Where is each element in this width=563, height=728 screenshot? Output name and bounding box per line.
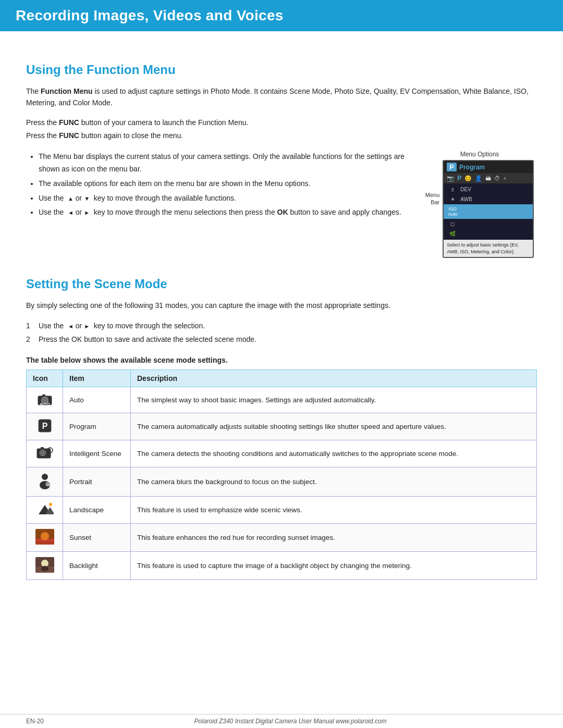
desc-intelligent: The camera detects the shooting conditio… <box>131 440 537 467</box>
cam-menu-list: ± DEV ☀ AWB ISOAuto ◻ <box>444 183 533 240</box>
icon-cell-intelligent: i <box>27 440 63 467</box>
svg-text:VS: VS <box>45 483 50 486</box>
table-caption: The table below shows the available scen… <box>26 356 537 364</box>
cam-icon-dev: ± <box>448 187 457 192</box>
item-sunset: Sunset <box>63 524 131 552</box>
icon-cell-sunset <box>27 524 63 552</box>
icon-cell-backlight <box>27 552 63 580</box>
desc-auto: The simplest way to shoot basic images. … <box>131 387 537 413</box>
svg-point-13 <box>42 474 48 480</box>
table-row: VS Portrait The camera blurs the backgro… <box>27 467 537 497</box>
icon-cell-landscape <box>27 497 63 524</box>
page-header: Recording Images, Videos and Voices <box>0 0 563 31</box>
svg-point-26 <box>41 560 48 567</box>
scene-steps: 1 Use the or key to move through the sel… <box>26 320 537 346</box>
section1-intro: The Function Menu is used to adjust capt… <box>26 85 537 109</box>
cam-menu-dev: ± DEV <box>444 184 533 194</box>
cam-menu-iso: ISOAuto <box>444 204 533 219</box>
menu-bar-label: MenuBar <box>425 191 440 206</box>
backlight-icon <box>35 557 54 573</box>
func-press-lines: Press the FUNC button of your camera to … <box>26 116 537 142</box>
desc-portrait: The camera blurs the background to focus… <box>131 467 537 497</box>
camera-ui: Menu Options MenuBar P Program 📷 P 😊 👤 <box>422 151 537 258</box>
cam-icon-awb: ☀ <box>448 196 457 202</box>
cam-icon-timer: ⏱ <box>494 175 500 181</box>
camera-ui-label-top: Menu Options <box>460 151 499 158</box>
svg-point-22 <box>41 532 49 540</box>
table-row: Sunset This feature enhances the red hue… <box>27 524 537 552</box>
section2-title: Setting the Scene Mode <box>26 277 537 291</box>
func-menu-bullets: The Menu bar displays the current status… <box>26 151 412 221</box>
cam-top-bar: P Program <box>444 161 533 173</box>
item-portrait: Portrait <box>63 467 131 497</box>
desc-sunset: This feature enhances the red hue for re… <box>131 524 537 552</box>
intelligent-scene-icon: i <box>36 446 53 460</box>
portrait-icon: VS <box>38 473 52 489</box>
footer-page-num: EN-20 <box>26 718 44 725</box>
svg-text:P: P <box>42 422 47 430</box>
svg-rect-23 <box>35 539 54 541</box>
cam-menu-dev-label: DEV <box>460 187 471 192</box>
icon-cell-auto: AUTO <box>27 387 63 413</box>
cam-icon-cam: 📷 <box>447 175 454 182</box>
item-auto: Auto <box>63 387 131 413</box>
camera-screen: P Program 📷 P 😊 👤 🏔 ⏱ + <box>443 160 534 258</box>
item-intelligent: Intelligent Scene <box>63 440 131 467</box>
landscape-icon <box>36 502 54 516</box>
cam-menu-awb: ☀ AWB <box>444 194 533 204</box>
sunset-icon <box>35 529 54 545</box>
th-item: Item <box>63 370 131 387</box>
icon-cell-portrait: VS <box>27 467 63 497</box>
table-row: P Program The camera automatically adjus… <box>27 413 537 440</box>
item-program: Program <box>63 413 131 440</box>
item-backlight: Backlight <box>63 552 131 580</box>
camera-ui-wrapper: MenuBar P Program 📷 P 😊 👤 🏔 ⏱ <box>425 160 534 258</box>
svg-point-19 <box>49 503 52 506</box>
cam-icon-iso: ISOAuto <box>448 206 457 217</box>
page-footer: EN-20 Polaroid Z340 Instant Digital Came… <box>0 714 563 728</box>
svg-point-27 <box>41 566 48 571</box>
th-description: Description <box>131 370 537 387</box>
bullet-3: Use the or key to move through the avail… <box>39 192 412 205</box>
cam-icon-person: 👤 <box>475 175 482 182</box>
table-row: Landscape This feature is used to emphas… <box>27 497 537 524</box>
cam-description-box: Select to adjust basic settings (EV, AWB… <box>444 240 533 257</box>
desc-backlight: This feature is used to capture the imag… <box>131 552 537 580</box>
icon-cell-program: P <box>27 413 63 440</box>
step-2: 2 Press the OK button to save and activa… <box>26 334 537 346</box>
header-title: Recording Images, Videos and Voices <box>16 7 284 23</box>
bullet-2: The available options for each item on t… <box>39 178 412 190</box>
cam-menu-awb-label: AWB <box>460 196 472 202</box>
th-icon: Icon <box>27 370 63 387</box>
cam-icon-color: 🌿 <box>448 231 457 237</box>
svg-point-9 <box>41 451 44 454</box>
cam-icon-mountain: 🏔 <box>485 175 491 181</box>
svg-text:AUTO: AUTO <box>40 402 50 406</box>
desc-landscape: This feature is used to emphasize wide s… <box>131 497 537 524</box>
step-1: 1 Use the or key to move through the sel… <box>26 320 537 332</box>
cam-icon-meter: ◻ <box>448 221 457 227</box>
step-2-text: Press the OK button to save and activate… <box>39 334 256 346</box>
cam-program-label: Program <box>459 164 485 171</box>
func-menu-layout: The Menu bar displays the current status… <box>26 151 537 258</box>
cam-menu-color: 🌿 <box>444 229 533 239</box>
svg-rect-10 <box>41 447 44 449</box>
desc-program: The camera automatically adjusts suitabl… <box>131 413 537 440</box>
section1-title: Using the Function Menu <box>26 63 537 77</box>
svg-text:i: i <box>49 448 50 453</box>
svg-point-2 <box>43 399 46 402</box>
cam-menu-meter: ◻ <box>444 219 533 229</box>
cam-p-icon: P <box>447 163 457 171</box>
bullet-4: Use the or key to move through the menu … <box>39 206 412 219</box>
footer-center: Polaroid Z340 Instant Digital Camera Use… <box>194 718 387 725</box>
program-icon: P <box>38 418 52 433</box>
bullet-1: The Menu bar displays the current status… <box>39 151 412 176</box>
table-row: i Intelligent Scene The camera detects t… <box>27 440 537 467</box>
scene-intro: By simply selecting one of the following… <box>26 300 537 311</box>
svg-rect-3 <box>42 394 45 397</box>
cam-icon-plus: + <box>503 175 506 181</box>
scene-table: Icon Item Description AUTO <box>26 369 537 580</box>
cam-icon-p2: P <box>457 175 461 182</box>
cam-icons-row: 📷 P 😊 👤 🏔 ⏱ + <box>444 173 533 183</box>
item-landscape: Landscape <box>63 497 131 524</box>
